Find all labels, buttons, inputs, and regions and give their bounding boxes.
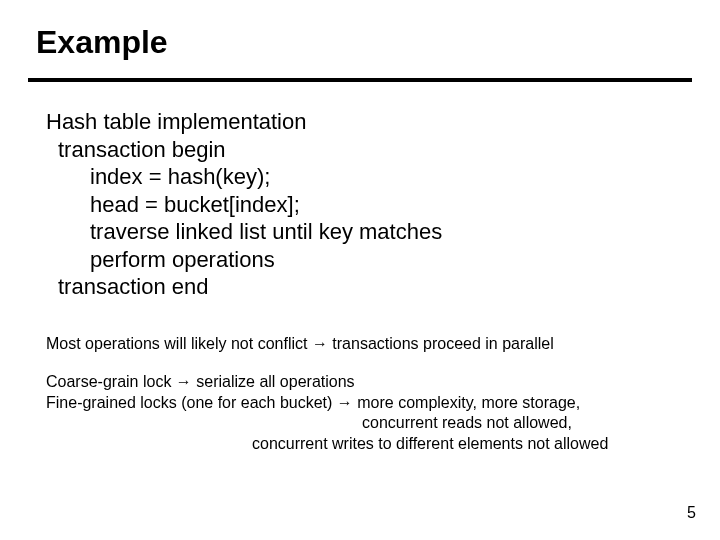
slide-title: Example	[36, 24, 168, 61]
body-line: transaction end	[46, 273, 692, 301]
notes-block: Most operations will likely not conflict…	[46, 334, 708, 454]
text-run: more complexity, more storage,	[353, 394, 580, 411]
notes-line: concurrent writes to different elements …	[46, 434, 708, 454]
notes-line: Coarse-grain lock → serialize all operat…	[46, 372, 708, 392]
page-number: 5	[687, 504, 696, 522]
text-run: Fine-grained locks (one for each bucket)	[46, 394, 337, 411]
body-line: perform operations	[46, 246, 692, 274]
body-line: index = hash(key);	[46, 163, 692, 191]
notes-line: concurrent reads not allowed,	[46, 413, 708, 433]
body-line: traverse linked list until key matches	[46, 218, 692, 246]
horizontal-rule	[28, 78, 692, 82]
body-text: Hash table implementation transaction be…	[46, 108, 692, 301]
arrow-icon: →	[312, 335, 328, 352]
text-run: serialize all operations	[192, 373, 355, 390]
text-run: Coarse-grain lock	[46, 373, 176, 390]
text-run: transactions proceed in parallel	[328, 335, 554, 352]
arrow-icon: →	[176, 373, 192, 390]
slide: Example Hash table implementation transa…	[0, 0, 720, 540]
arrow-icon: →	[337, 394, 353, 411]
notes-line: Fine-grained locks (one for each bucket)…	[46, 393, 708, 413]
body-line: Hash table implementation	[46, 108, 692, 136]
spacer	[46, 354, 708, 372]
body-line: transaction begin	[46, 136, 692, 164]
text-run: Most operations will likely not conflict	[46, 335, 312, 352]
notes-line: Most operations will likely not conflict…	[46, 334, 708, 354]
body-line: head = bucket[index];	[46, 191, 692, 219]
